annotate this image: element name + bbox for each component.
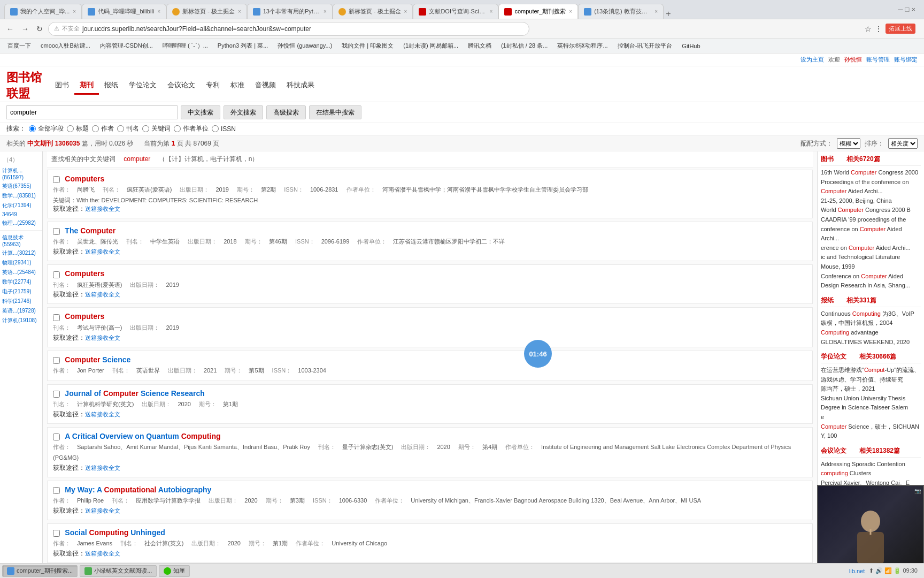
taskbar-item-2[interactable]: 小绿鲸英文文献阅读... bbox=[80, 565, 157, 577]
tab-1[interactable]: 我的个人空间_哔... × bbox=[4, 4, 82, 19]
nav-books[interactable]: 图书 bbox=[50, 77, 74, 95]
bookmark-cmooc[interactable]: cmooc入驻B站建... bbox=[37, 41, 94, 51]
tab-close-8[interactable]: × bbox=[654, 9, 658, 14]
sidebar-item-it[interactable]: 信息技术(55963) bbox=[0, 233, 42, 248]
result-link-anchor-2[interactable]: 送箱接收全文 bbox=[85, 248, 120, 255]
sidebar-item-phys[interactable]: 物理(29341) bbox=[0, 258, 42, 268]
sidebar-item-elec[interactable]: 电子(21759) bbox=[0, 287, 42, 296]
taskbar-item-1[interactable]: computer_期刊搜索... bbox=[2, 565, 78, 577]
close-button[interactable]: × bbox=[911, 5, 915, 13]
radio-journal[interactable]: 刊名 bbox=[117, 124, 139, 133]
bookmark-csdn[interactable]: 内容管理-CSDN创... bbox=[97, 41, 156, 51]
tab-close-4[interactable]: × bbox=[324, 9, 327, 14]
result-title-9[interactable]: Social Computing Unhinged bbox=[65, 528, 165, 537]
result-link-anchor-9[interactable]: 送箱接收全文 bbox=[85, 550, 120, 557]
bookmark-intel[interactable]: 英特尔®驱动程序... bbox=[554, 41, 611, 51]
menu-icon[interactable]: ⋮ bbox=[875, 25, 882, 33]
tab-8[interactable]: (13条消息) 教育技术论文... × bbox=[578, 4, 664, 19]
tab-6[interactable]: 文献DOI号查询-Scidown... × bbox=[413, 4, 498, 19]
radio-all-fields[interactable]: 全部字段 bbox=[29, 124, 64, 133]
maximize-button[interactable]: □ bbox=[905, 5, 910, 13]
in-result-search-button[interactable]: 在结果中搜索 bbox=[309, 105, 361, 119]
bookmark-files[interactable]: 我的文件 | 印象图文 bbox=[338, 41, 397, 51]
result-title-1[interactable]: Computers bbox=[65, 174, 104, 183]
bookmark-baidu[interactable]: 百度一下 bbox=[4, 41, 34, 51]
radio-issn[interactable]: ISSN bbox=[212, 125, 236, 133]
address-text[interactable]: jour.ucdrs.superlib.net/searchJour?Field… bbox=[82, 25, 523, 33]
forward-button[interactable]: → bbox=[19, 24, 31, 34]
result-title-6[interactable]: Journal of Computer Science Research bbox=[65, 389, 204, 398]
result-link-anchor-1[interactable]: 送箱接收全文 bbox=[85, 206, 120, 212]
minimize-button[interactable]: ─ bbox=[898, 5, 903, 13]
account-bind-link[interactable]: 账号绑定 bbox=[894, 56, 918, 64]
bookmark-tencent[interactable]: 腾讯文档 bbox=[465, 41, 495, 51]
result-link-anchor-3[interactable]: 送箱接收全文 bbox=[85, 291, 120, 298]
result-title-4[interactable]: Computers bbox=[65, 312, 104, 321]
sort-select[interactable]: 相关度 时间 bbox=[888, 138, 918, 149]
bookmark-163mail[interactable]: (1封未读) 网易邮箱... bbox=[400, 41, 461, 51]
radio-org[interactable]: 作者单位 bbox=[174, 124, 209, 133]
result-checkbox-8[interactable] bbox=[53, 487, 60, 494]
new-tab-button[interactable]: + bbox=[664, 9, 673, 19]
result-checkbox-4[interactable] bbox=[53, 314, 60, 321]
nav-conference[interactable]: 会议论文 bbox=[162, 77, 201, 95]
tab-3[interactable]: 新标签页 - 极土掘金 × bbox=[166, 4, 247, 19]
result-title-2[interactable]: The Computer bbox=[65, 226, 116, 235]
sidebar-item-eng2[interactable]: 英语...(19728) bbox=[0, 306, 42, 316]
sidebar-item-english[interactable]: 英语(67355) bbox=[0, 181, 42, 191]
search-input[interactable] bbox=[6, 105, 178, 119]
tab-close-6[interactable]: × bbox=[490, 9, 493, 14]
nav-standard[interactable]: 标准 bbox=[225, 77, 250, 95]
bookmark-bili[interactable]: 哔哩哔哩 ( ´-`）... bbox=[159, 41, 211, 51]
cn-search-button[interactable]: 中文搜索 bbox=[181, 105, 220, 119]
result-checkbox-5[interactable] bbox=[53, 357, 60, 364]
result-title-8[interactable]: My Way: A Computational Autobiography bbox=[65, 485, 211, 494]
radio-keyword[interactable]: 关键词 bbox=[142, 124, 171, 133]
sidebar-item-sci[interactable]: 科学(21746) bbox=[0, 296, 42, 306]
tab-close-7[interactable]: × bbox=[569, 9, 572, 14]
match-method-select[interactable]: 模糊 精确 bbox=[837, 138, 860, 149]
refresh-button[interactable]: ↻ bbox=[34, 24, 45, 34]
tab-close-1[interactable]: × bbox=[73, 9, 76, 14]
result-checkbox-9[interactable] bbox=[53, 530, 60, 537]
radio-title[interactable]: 标题 bbox=[67, 124, 89, 133]
bookmark-github[interactable]: GitHub bbox=[679, 42, 703, 50]
bookmark-msg[interactable]: (1封私信 / 28 条... bbox=[498, 41, 551, 51]
set-home-link[interactable]: 设为主页 bbox=[800, 56, 824, 64]
sidebar-item-computing[interactable]: 计算机...(861597) bbox=[0, 166, 42, 181]
sidebar-item-calc[interactable]: 计算...(30212) bbox=[0, 248, 42, 258]
address-box[interactable]: ⚠ 不安全 jour.ucdrs.superlib.net/searchJour… bbox=[48, 22, 529, 36]
nav-sci[interactable]: 科技成果 bbox=[281, 77, 320, 95]
en-search-button[interactable]: 外文搜索 bbox=[224, 105, 263, 119]
result-checkbox-7[interactable] bbox=[53, 434, 60, 440]
nav-thesis[interactable]: 学位论文 bbox=[124, 77, 162, 95]
bookmark-xunfei[interactable]: 控制台-讯飞开放平台 bbox=[614, 41, 676, 51]
sidebar-item-physics2[interactable]: 物理...(25982) bbox=[0, 218, 42, 228]
nav-video[interactable]: 音视频 bbox=[250, 77, 281, 95]
sidebar-item-math[interactable]: 数学...(83581) bbox=[0, 191, 42, 201]
tab-7[interactable]: computer_期刊搜索 × bbox=[498, 4, 578, 19]
result-title-5[interactable]: Computer Science bbox=[65, 355, 130, 364]
radio-author[interactable]: 作者 bbox=[92, 124, 114, 133]
nav-journals[interactable]: 期刊 bbox=[74, 77, 99, 95]
result-link-anchor-6[interactable]: 送箱接收全文 bbox=[85, 411, 120, 417]
sidebar-item-chem[interactable]: 化学(71394) bbox=[0, 201, 42, 210]
result-link-anchor-4[interactable]: 送箱接收全文 bbox=[85, 334, 120, 341]
back-button[interactable]: ← bbox=[4, 24, 16, 34]
tab-close-3[interactable]: × bbox=[238, 9, 241, 14]
taskbar-item-3[interactable]: 知厘 bbox=[159, 565, 190, 577]
tab-close-5[interactable]: × bbox=[404, 9, 407, 14]
extension-icon[interactable]: 拓展上线 bbox=[886, 24, 915, 34]
tab-5[interactable]: 新标签页 - 极土掘金 × bbox=[333, 4, 413, 19]
result-checkbox-3[interactable] bbox=[53, 271, 60, 278]
bookmark-sun[interactable]: 孙悦恒 (guawangy...) bbox=[274, 41, 335, 51]
tab-2[interactable]: 代码_哔哩哔哩_bilibili × bbox=[82, 4, 166, 19]
result-checkbox-1[interactable] bbox=[53, 176, 60, 183]
result-checkbox-2[interactable] bbox=[53, 228, 60, 235]
nav-patent[interactable]: 专利 bbox=[201, 77, 225, 95]
result-checkbox-6[interactable] bbox=[53, 391, 60, 398]
tab-close-2[interactable]: × bbox=[157, 9, 160, 14]
star-icon[interactable]: ☆ bbox=[865, 25, 872, 33]
tab-4[interactable]: 13个非常有用的Python技... × bbox=[247, 4, 333, 19]
result-title-3[interactable]: Computers bbox=[65, 269, 104, 278]
